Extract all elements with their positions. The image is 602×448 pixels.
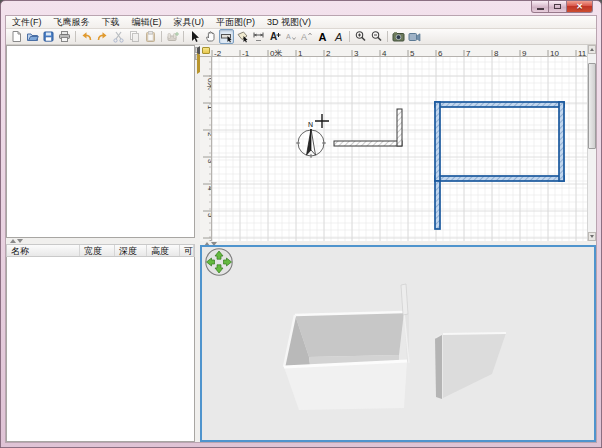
- copy-button[interactable]: [127, 29, 142, 44]
- pan-button[interactable]: [203, 29, 218, 44]
- text-larger-button[interactable]: A: [299, 29, 314, 44]
- open-button[interactable]: [25, 29, 40, 44]
- create-rooms-button[interactable]: [235, 29, 250, 44]
- toolbar-separator: [349, 31, 350, 42]
- svg-text:2: 2: [326, 49, 331, 58]
- toolbar-separator: [183, 31, 184, 42]
- selected-wall[interactable]: [435, 102, 564, 107]
- column-header-depth[interactable]: 深度: [115, 245, 147, 256]
- add-furniture-icon: [166, 30, 179, 43]
- menu-item-plan[interactable]: 平面图(P): [210, 16, 261, 29]
- print-icon: [58, 30, 71, 43]
- text-smaller-button[interactable]: A: [283, 29, 298, 44]
- menu-item-service[interactable]: 飞鹰服务: [48, 16, 96, 29]
- menu-item-edit[interactable]: 编辑(E): [126, 16, 168, 29]
- new-icon: [10, 30, 23, 43]
- pan-arrows-icon[interactable]: [206, 249, 232, 275]
- create-walls-icon: [220, 30, 233, 43]
- compass-north-label: N: [308, 121, 313, 128]
- paste-button[interactable]: [143, 29, 158, 44]
- scrollbar-thumb[interactable]: [588, 63, 596, 149]
- level-tab-icon[interactable]: [202, 47, 210, 54]
- svg-text:A: A: [334, 31, 342, 43]
- select-button[interactable]: [187, 29, 202, 44]
- save-button[interactable]: [41, 29, 56, 44]
- view-3d-canvas[interactable]: [200, 245, 596, 442]
- svg-text:A: A: [301, 32, 307, 42]
- catalog-table-splitter[interactable]: [6, 238, 195, 244]
- svg-text:A: A: [286, 33, 291, 40]
- undo-button[interactable]: [79, 29, 94, 44]
- furniture-catalog-panel[interactable]: [6, 45, 195, 238]
- collapse-down-icon[interactable]: [17, 239, 23, 243]
- column-header-name[interactable]: 名称: [7, 245, 80, 256]
- svg-text:8: 8: [494, 49, 499, 58]
- selected-wall[interactable]: [435, 102, 440, 181]
- new-button[interactable]: [9, 29, 24, 44]
- furniture-table-body[interactable]: [6, 257, 195, 442]
- create-text-button[interactable]: A: [267, 29, 282, 44]
- column-header-visible[interactable]: 可见: [180, 245, 194, 256]
- copy-icon: [128, 30, 141, 43]
- title-bar[interactable]: ✕: [1, 1, 601, 15]
- select-icon: [188, 30, 201, 43]
- toolbar-separator: [387, 31, 388, 42]
- open-icon: [26, 30, 39, 43]
- menu-item-file[interactable]: 文件(F): [6, 16, 48, 29]
- svg-text:1: 1: [298, 49, 303, 58]
- create-dimensions-button[interactable]: [251, 29, 266, 44]
- close-button[interactable]: ✕: [567, 1, 593, 13]
- svg-text:A: A: [270, 31, 277, 42]
- svg-text:5: 5: [410, 49, 415, 58]
- menu-item-furniture[interactable]: 家具(U): [168, 16, 211, 29]
- furniture-table-header: 名称宽度深度高度可见: [6, 244, 195, 257]
- plan-horizontal-ruler: -2-10米1234567891011: [200, 45, 587, 57]
- create-dimensions-icon: [252, 30, 265, 43]
- menu-bar: 文件(F)飞鹰服务下载编辑(E)家具(U)平面图(P)3D 视图(V): [6, 16, 596, 29]
- selected-wall[interactable]: [435, 176, 564, 181]
- collapse-up-icon[interactable]: [10, 239, 16, 243]
- svg-text:9: 9: [522, 49, 527, 58]
- zoom-out-button[interactable]: [369, 29, 384, 44]
- left-panel: 名称宽度深度高度可见: [6, 45, 195, 442]
- plan-vertical-ruler: 0米123456: [200, 57, 212, 241]
- redo-icon: [96, 30, 109, 43]
- toolbar-separator: [75, 31, 76, 42]
- svg-text:4: 4: [382, 49, 387, 58]
- cut-button[interactable]: [111, 29, 126, 44]
- video-button[interactable]: [407, 29, 422, 44]
- menu-item-download[interactable]: 下载: [96, 16, 126, 29]
- italic-button[interactable]: A: [331, 29, 346, 44]
- pan-icon: [204, 30, 217, 43]
- close-icon: ✕: [576, 3, 583, 11]
- scroll-up-button[interactable]: [588, 45, 596, 54]
- 3d-room-box: [284, 312, 409, 410]
- column-header-height[interactable]: 高度: [147, 245, 180, 256]
- maximize-button[interactable]: [549, 1, 567, 13]
- photo-button[interactable]: [391, 29, 406, 44]
- minimize-button[interactable]: [531, 1, 549, 13]
- italic-icon: A: [332, 30, 345, 43]
- scroll-down-icon: [590, 235, 594, 238]
- create-text-icon: A: [268, 30, 281, 43]
- wall[interactable]: [334, 141, 402, 146]
- minimize-icon: [537, 8, 544, 10]
- column-header-width[interactable]: 宽度: [80, 245, 115, 256]
- create-walls-button[interactable]: [219, 29, 234, 44]
- selected-wall[interactable]: [559, 102, 564, 181]
- scroll-down-button[interactable]: [588, 232, 596, 241]
- add-furniture-button[interactable]: [165, 29, 180, 44]
- redo-button[interactable]: [95, 29, 110, 44]
- paste-icon: [144, 30, 157, 43]
- plan-canvas[interactable]: N: [212, 57, 587, 241]
- print-button[interactable]: [57, 29, 72, 44]
- plan-vertical-scrollbar[interactable]: [587, 45, 596, 241]
- zoom-in-button[interactable]: [353, 29, 368, 44]
- furniture-table: 名称宽度深度高度可见: [6, 244, 195, 442]
- wall[interactable]: [397, 109, 402, 146]
- svg-text:0米: 0米: [270, 49, 282, 58]
- selected-wall[interactable]: [435, 181, 440, 229]
- bold-button[interactable]: A: [315, 29, 330, 44]
- undo-icon: [80, 30, 93, 43]
- menu-item-view3d[interactable]: 3D 视图(V): [261, 16, 317, 29]
